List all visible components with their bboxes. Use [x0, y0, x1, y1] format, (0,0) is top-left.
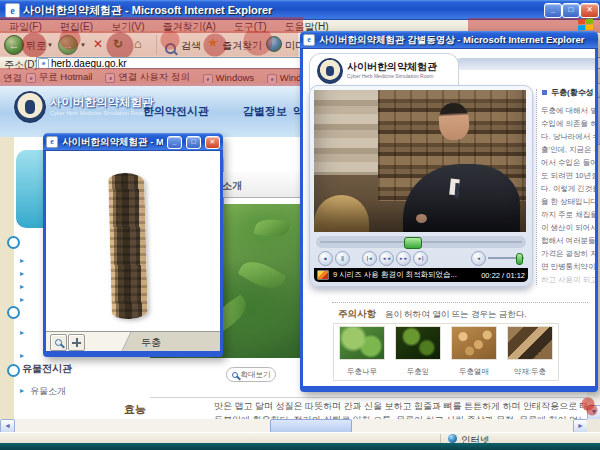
main-titlebar[interactable]: e 사이버한의약체험관 - Microsoft Internet Explore… — [0, 0, 600, 20]
eucommia-leaf-image — [395, 326, 441, 360]
internet-zone-globe-icon — [448, 434, 457, 443]
minimize-button[interactable]: _ — [544, 3, 562, 18]
back-button[interactable]: ← — [4, 35, 24, 55]
grid-icon — [541, 89, 548, 96]
sidebar-arrow-icon: ▸ — [20, 256, 24, 265]
home-button[interactable]: ⌂ — [134, 36, 142, 51]
sidebar-bullet-icon — [7, 306, 20, 319]
transcript-line: 을 한 상태입니다. 채집시 — [541, 195, 595, 208]
volume-slider[interactable] — [488, 252, 524, 264]
magnifier-icon — [55, 339, 62, 346]
video-frame[interactable] — [314, 90, 526, 232]
menu-favorites[interactable]: 즐겨찾기(A) — [153, 20, 224, 33]
address-page-icon: e — [38, 58, 49, 69]
sidebar-item-relics-intro[interactable]: 유물소개 — [30, 385, 66, 398]
transcript-line: 면 만병통치약이라 할 수 — [541, 260, 595, 273]
transcript-title: 두충(황수성 : 신흥약 — [551, 87, 595, 98]
seek-thumb[interactable] — [404, 237, 422, 249]
nav-exhibit-hall[interactable]: 한의약전시관 — [143, 104, 209, 119]
stop-button[interactable]: ■ — [318, 251, 333, 266]
scroll-thumb[interactable] — [270, 419, 352, 433]
zoom-view-button[interactable]: 확대보기 — [226, 367, 276, 382]
rewind-button[interactable]: ◄◄ — [379, 251, 394, 266]
maximize-button[interactable]: □ — [562, 3, 580, 18]
seek-bar[interactable] — [316, 236, 526, 248]
statusbar-divider — [440, 434, 441, 443]
thumb-eucommia-tree[interactable]: 두충나무 — [339, 326, 385, 378]
site-logo-stamp-icon — [14, 91, 46, 123]
scroll-left-arrow[interactable]: ◄ — [0, 419, 15, 433]
close-button[interactable]: ✕ — [580, 3, 599, 18]
caution-label: 주의사항 — [338, 308, 376, 321]
link-icon: e — [203, 74, 213, 84]
favorites-label[interactable]: 즐겨찾기 — [222, 39, 262, 53]
image-popup-title: 사이버한의약체험관 - Micros... — [62, 136, 163, 149]
transcript-line: 험해서 여러분들이 사용 — [541, 234, 595, 247]
image-popup-window: e 사이버한의약체험관 - Micros... _ □ ✕ 두충 — [43, 133, 223, 357]
refresh-button[interactable]: ↻ — [113, 37, 123, 51]
transcript-line: 다. 당나라에서 수입을 했 — [541, 130, 595, 143]
eucommia-herb-image — [507, 326, 553, 360]
ie-icon: e — [303, 34, 315, 46]
sidebar-section-relics[interactable]: 유물전시관 — [22, 362, 72, 376]
pan-tool-button[interactable] — [68, 334, 85, 351]
wmp-logo-icon — [317, 270, 329, 280]
mute-button[interactable]: ◄ — [471, 251, 486, 266]
thumb-eucommia-herb[interactable]: 약재:두충 — [507, 326, 553, 378]
popup-logo-subtitle: Cyber Herb Medicine Simulation Room — [347, 73, 452, 79]
link-icon: e — [105, 73, 115, 83]
transcript-line: 어서 수입은 들어오지 않 — [541, 156, 595, 169]
menu-edit[interactable]: 편집(E) — [51, 20, 102, 33]
transcript-line: 다. 이렇게 긴것을 약재로 — [541, 182, 595, 195]
pan-icon — [72, 338, 81, 347]
fast-forward-button[interactable]: ►► — [396, 251, 411, 266]
forward-dropdown-icon[interactable]: ▼ — [80, 42, 86, 48]
menu-file[interactable]: 파일(F) — [0, 20, 51, 33]
link-icon: e — [26, 73, 36, 83]
sidebar-arrow-icon: ▸ — [20, 386, 24, 395]
nav-identification-info[interactable]: 감별정보 — [243, 104, 287, 119]
eucommia-fruit-image — [451, 326, 497, 360]
efficacy-label: 효능 — [124, 402, 146, 417]
prev-button[interactable]: |◄ — [362, 251, 377, 266]
pause-button[interactable]: || — [335, 251, 350, 266]
next-button[interactable]: ►| — [413, 251, 428, 266]
menu-view[interactable]: 보기(V) — [102, 20, 153, 33]
back-dropdown-icon[interactable]: ▼ — [47, 42, 53, 48]
sidebar-bullet-icon — [7, 364, 20, 377]
back-label: 뒤로 — [26, 39, 46, 53]
thumb-eucommia-fruit[interactable]: 두충열매 — [451, 326, 497, 378]
stop-button[interactable]: ✕ — [93, 37, 103, 51]
menu-tools[interactable]: 도구(T) — [225, 20, 276, 33]
player-time: 00:22 / 01:12 — [481, 271, 525, 280]
maximize-button[interactable]: □ — [186, 136, 201, 149]
ie-icon: e — [5, 3, 20, 18]
link-windows[interactable]: e Windows — [203, 72, 254, 84]
video-popup-titlebar[interactable]: e 사이버한의약체험관 감별동영상 - Microsoft Internet E… — [300, 31, 598, 49]
eucommia-bark-image — [108, 173, 148, 320]
eucommia-tree-image — [339, 326, 385, 360]
transcript-line: 출'인데, 지금은 우리국산 — [541, 143, 595, 156]
thumb-eucommia-leaf[interactable]: 두충잎 — [395, 326, 441, 378]
zoom-tool-button[interactable] — [50, 334, 67, 351]
media-globe-icon[interactable] — [266, 36, 282, 52]
search-label[interactable]: 검색 — [181, 39, 201, 53]
close-button[interactable]: ✕ — [205, 136, 220, 149]
image-popup-titlebar[interactable]: e 사이버한의약체험관 - Micros... _ □ ✕ — [43, 133, 223, 151]
thumbnail-strip: 두충나무 두충잎 두충열매 약재:두충 — [333, 323, 559, 381]
scroll-down-arrow[interactable]: ▼ — [587, 405, 600, 420]
transcript-line: 도 되려면 10년정도의 — [541, 169, 595, 182]
scrollbar-corner — [587, 419, 600, 432]
transcript-line: 하고 사용이 되고 있습니 — [541, 273, 595, 286]
search-icon[interactable] — [165, 43, 176, 54]
panel-divider — [536, 89, 537, 285]
horizontal-scrollbar[interactable]: ◄ ► — [0, 419, 587, 432]
scroll-right-arrow[interactable]: ► — [573, 419, 588, 433]
efficacy-divider — [150, 397, 592, 398]
minimize-button[interactable]: _ — [167, 136, 182, 149]
caution-text: 음이 허하여 열이 뜨는 경우는 금한다. — [385, 309, 585, 321]
favorites-star-icon[interactable]: ★ — [207, 35, 219, 50]
forward-button[interactable]: → — [58, 35, 78, 55]
transcript-line: 수입에 의존을 하다가 '당 — [541, 117, 595, 130]
volume-thumb[interactable] — [516, 253, 523, 265]
